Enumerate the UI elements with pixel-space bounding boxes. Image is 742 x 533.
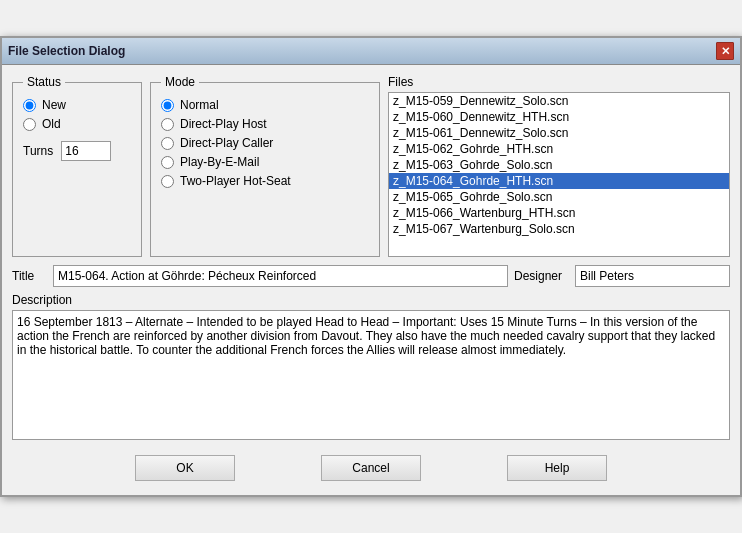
mode-host-label[interactable]: Direct-Play Host bbox=[180, 117, 267, 131]
ok-button[interactable]: OK bbox=[135, 455, 235, 481]
mode-normal-radio[interactable] bbox=[161, 99, 174, 112]
title-bar: File Selection Dialog ✕ bbox=[2, 38, 740, 65]
list-item[interactable]: z_M15-061_Dennewitz_Solo.scn bbox=[389, 125, 729, 141]
mode-email-row[interactable]: Play-By-E-Mail bbox=[161, 155, 369, 169]
list-item-selected[interactable]: z_M15-064_Gohrde_HTH.scn bbox=[389, 173, 729, 189]
list-item[interactable]: z_M15-067_Wartenburg_Solo.scn bbox=[389, 221, 729, 237]
mode-host-radio[interactable] bbox=[161, 118, 174, 131]
description-label: Description bbox=[12, 293, 730, 307]
files-list[interactable]: z_M15-059_Dennewitz_Solo.scn z_M15-060_D… bbox=[389, 93, 729, 256]
cancel-button[interactable]: Cancel bbox=[321, 455, 421, 481]
mode-hotseat-radio[interactable] bbox=[161, 175, 174, 188]
mode-caller-row[interactable]: Direct-Play Caller bbox=[161, 136, 369, 150]
list-item[interactable]: z_M15-060_Dennewitz_HTH.scn bbox=[389, 109, 729, 125]
mode-hotseat-label[interactable]: Two-Player Hot-Seat bbox=[180, 174, 291, 188]
status-old-row[interactable]: Old bbox=[23, 117, 131, 131]
mode-hotseat-row[interactable]: Two-Player Hot-Seat bbox=[161, 174, 369, 188]
help-button[interactable]: Help bbox=[507, 455, 607, 481]
designer-input[interactable] bbox=[575, 265, 730, 287]
list-item[interactable]: z_M15-065_Gohrde_Solo.scn bbox=[389, 189, 729, 205]
status-group: Status New Old Turns bbox=[12, 75, 142, 257]
list-item[interactable]: z_M15-063_Gohrde_Solo.scn bbox=[389, 157, 729, 173]
turns-input[interactable] bbox=[61, 141, 111, 161]
mode-caller-radio[interactable] bbox=[161, 137, 174, 150]
title-input[interactable] bbox=[53, 265, 508, 287]
mode-email-radio[interactable] bbox=[161, 156, 174, 169]
title-bar-text: File Selection Dialog bbox=[8, 44, 125, 58]
turns-label: Turns bbox=[23, 144, 53, 158]
mode-group: Mode Normal Direct-Play Host Direct-Play… bbox=[150, 75, 380, 257]
designer-label: Designer bbox=[514, 269, 569, 283]
description-area[interactable] bbox=[12, 310, 730, 440]
list-item[interactable]: z_M15-059_Dennewitz_Solo.scn bbox=[389, 93, 729, 109]
mode-host-row[interactable]: Direct-Play Host bbox=[161, 117, 369, 131]
files-section: Files z_M15-059_Dennewitz_Solo.scn z_M15… bbox=[388, 75, 730, 257]
close-button[interactable]: ✕ bbox=[716, 42, 734, 60]
files-label: Files bbox=[388, 75, 730, 89]
status-new-radio[interactable] bbox=[23, 99, 36, 112]
status-old-radio[interactable] bbox=[23, 118, 36, 131]
mode-normal-row[interactable]: Normal bbox=[161, 98, 369, 112]
mode-caller-label[interactable]: Direct-Play Caller bbox=[180, 136, 273, 150]
title-field-label: Title bbox=[12, 269, 47, 283]
description-section: Description bbox=[12, 293, 730, 443]
files-container: z_M15-059_Dennewitz_Solo.scn z_M15-060_D… bbox=[388, 92, 730, 257]
mode-legend: Mode bbox=[161, 75, 199, 89]
status-old-label[interactable]: Old bbox=[42, 117, 61, 131]
mode-email-label[interactable]: Play-By-E-Mail bbox=[180, 155, 259, 169]
title-row: Title Designer bbox=[12, 265, 730, 287]
status-new-label[interactable]: New bbox=[42, 98, 66, 112]
list-item[interactable]: z_M15-062_Gohrde_HTH.scn bbox=[389, 141, 729, 157]
status-legend: Status bbox=[23, 75, 65, 89]
button-row: OK Cancel Help bbox=[12, 451, 730, 485]
status-new-row[interactable]: New bbox=[23, 98, 131, 112]
list-item[interactable]: z_M15-066_Wartenburg_HTH.scn bbox=[389, 205, 729, 221]
file-selection-dialog: File Selection Dialog ✕ Status New Old T… bbox=[0, 36, 742, 497]
mode-normal-label[interactable]: Normal bbox=[180, 98, 219, 112]
